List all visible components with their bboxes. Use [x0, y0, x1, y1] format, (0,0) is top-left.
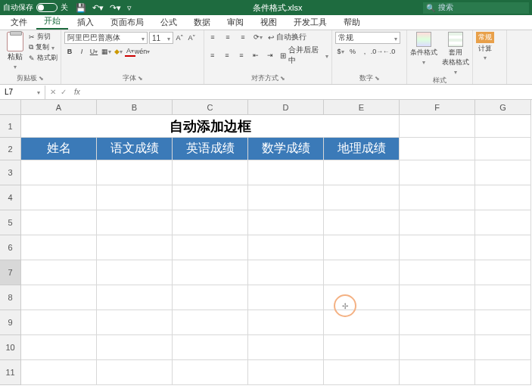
cell-B5[interactable]	[97, 210, 173, 235]
cell-F4[interactable]	[400, 185, 475, 210]
cell-G11[interactable]	[475, 360, 531, 385]
cell-G6[interactable]	[475, 235, 531, 260]
cancel-formula-icon[interactable]: ✕	[50, 88, 56, 96]
copy-button[interactable]: 复制	[29, 42, 58, 52]
cell-D8[interactable]	[248, 285, 324, 310]
fx-icon[interactable]: fx	[71, 88, 83, 96]
italic-button[interactable]: I	[76, 46, 87, 57]
search-box[interactable]: 🔍 搜索	[423, 2, 529, 14]
merge-center-button[interactable]: ⊞合并后居中	[280, 45, 328, 66]
toggle-switch[interactable]	[36, 3, 58, 12]
cell-F10[interactable]	[400, 335, 475, 360]
underline-button[interactable]: U	[89, 46, 99, 57]
cell-E4[interactable]	[324, 185, 400, 210]
col-header-F[interactable]: F	[400, 100, 475, 115]
tab-file[interactable]: 文件	[3, 15, 35, 30]
cell-E11[interactable]	[324, 360, 400, 385]
cell-G4[interactable]	[475, 185, 531, 210]
cell-title-merged[interactable]: 自动添加边框	[21, 115, 400, 138]
phonetic-button[interactable]: wén	[137, 46, 148, 57]
row-header-6[interactable]: 6	[0, 235, 21, 260]
cell-E7[interactable]	[324, 260, 400, 285]
cell-C7[interactable]	[173, 260, 248, 285]
tab-formulas[interactable]: 公式	[153, 15, 185, 30]
cell-E5[interactable]	[324, 210, 400, 235]
cell-C6[interactable]	[173, 235, 248, 260]
col-header-B[interactable]: B	[97, 100, 173, 115]
cell-E6[interactable]	[324, 235, 400, 260]
cell-G8[interactable]	[475, 285, 531, 310]
cell-A8[interactable]	[21, 285, 97, 310]
cell-A10[interactable]	[21, 335, 97, 360]
decrease-font-icon[interactable]: A˅	[187, 33, 198, 43]
cell-A5[interactable]	[21, 210, 97, 235]
cell-F3[interactable]	[400, 160, 475, 185]
cell-B10[interactable]	[97, 335, 173, 360]
name-box[interactable]: L7	[0, 86, 45, 99]
cell-G7[interactable]	[475, 260, 531, 285]
col-header-A[interactable]: A	[21, 100, 97, 115]
cell-G9[interactable]	[475, 310, 531, 335]
cell-G3[interactable]	[475, 160, 531, 185]
cell-B2[interactable]: 语文成绩	[97, 138, 173, 160]
cell-A2[interactable]: 姓名	[21, 138, 97, 160]
format-painter-button[interactable]: 格式刷	[29, 53, 58, 63]
cell-B11[interactable]	[97, 360, 173, 385]
bold-button[interactable]: B	[64, 46, 75, 57]
tab-dev[interactable]: 开发工具	[286, 15, 334, 30]
undo-icon[interactable]: ↶▾	[92, 3, 104, 13]
cell-B3[interactable]	[97, 160, 173, 185]
cell-E9[interactable]	[324, 310, 400, 335]
cell-F8[interactable]	[400, 285, 475, 310]
cell-F7[interactable]	[400, 260, 475, 285]
cell-A7[interactable]	[21, 260, 97, 285]
cell-E2[interactable]: 地理成绩	[324, 138, 400, 160]
redo-icon[interactable]: ↷▾	[110, 3, 121, 13]
cell-E8[interactable]	[324, 285, 400, 310]
conditional-format-button[interactable]: 条件格式	[410, 32, 437, 66]
increase-decimal-icon[interactable]: .0→	[372, 46, 382, 57]
align-right-icon[interactable]: ≡	[236, 50, 246, 61]
font-launcher-icon[interactable]: ⬊	[138, 75, 143, 82]
cell-B6[interactable]	[97, 235, 173, 260]
calc-button[interactable]: 常规 计算	[476, 32, 494, 61]
cut-button[interactable]: 剪切	[29, 32, 58, 42]
cell-F6[interactable]	[400, 235, 475, 260]
tab-view[interactable]: 视图	[253, 15, 285, 30]
col-header-C[interactable]: C	[173, 100, 248, 115]
row-header-2[interactable]: 2	[0, 138, 21, 160]
cell-D3[interactable]	[248, 160, 324, 185]
cell-C5[interactable]	[173, 210, 248, 235]
wrap-text-button[interactable]: ↩自动换行	[268, 32, 306, 42]
paste-dropdown-icon[interactable]	[14, 62, 17, 70]
cell-D4[interactable]	[248, 185, 324, 210]
percent-icon[interactable]: %	[347, 46, 358, 57]
fill-color-button[interactable]: ◆	[113, 46, 123, 57]
row-header-4[interactable]: 4	[0, 185, 21, 210]
cell-G2[interactable]	[475, 138, 531, 160]
increase-font-icon[interactable]: A˄	[175, 33, 185, 43]
cell-B9[interactable]	[97, 310, 173, 335]
cell-F11[interactable]	[400, 360, 475, 385]
row-header-3[interactable]: 3	[0, 160, 21, 185]
indent-decrease-icon[interactable]: ⇤	[251, 50, 261, 61]
align-launcher-icon[interactable]: ⬊	[280, 75, 285, 82]
enter-formula-icon[interactable]: ✓	[61, 88, 67, 96]
number-launcher-icon[interactable]: ⬊	[375, 75, 380, 82]
cell-D2[interactable]: 数学成绩	[248, 138, 324, 160]
cell-B8[interactable]	[97, 285, 173, 310]
tab-home[interactable]: 开始	[36, 14, 68, 30]
cell-D10[interactable]	[248, 335, 324, 360]
border-button[interactable]: ▦	[101, 46, 111, 57]
copy-dropdown-icon[interactable]	[51, 44, 54, 51]
cell-F9[interactable]	[400, 310, 475, 335]
cell-G10[interactable]	[475, 335, 531, 360]
cell-F5[interactable]	[400, 210, 475, 235]
save-icon[interactable]: 💾	[76, 3, 86, 13]
col-header-E[interactable]: E	[324, 100, 400, 115]
cell-F2[interactable]	[400, 138, 475, 160]
cell-F1[interactable]	[400, 115, 475, 138]
cell-B4[interactable]	[97, 185, 173, 210]
align-bottom-icon[interactable]: ≡	[238, 32, 248, 42]
align-center-icon[interactable]: ≡	[222, 50, 232, 61]
